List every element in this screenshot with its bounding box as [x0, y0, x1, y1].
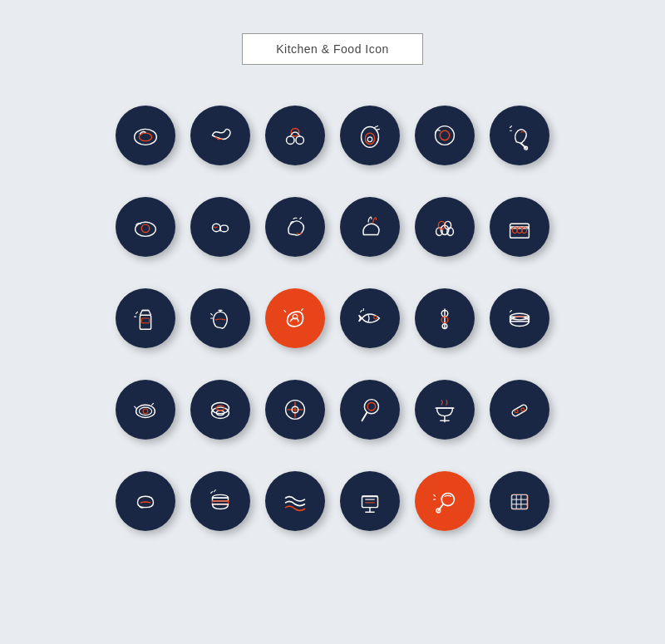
svg-point-60: [515, 410, 518, 413]
icon-hot-dog[interactable]: [116, 471, 175, 531]
page-title: Kitchen & Food Icon: [242, 33, 423, 65]
icon-eggs-cluster[interactable]: [415, 197, 475, 257]
svg-line-55: [362, 413, 367, 421]
icon-onion-ring[interactable]: [415, 106, 475, 165]
icon-bbq-grill[interactable]: [415, 380, 475, 440]
icon-fish[interactable]: [340, 288, 400, 348]
svg-rect-64: [362, 496, 378, 507]
svg-point-9: [440, 130, 449, 140]
icon-donuts[interactable]: [190, 380, 250, 440]
icon-egg-carton[interactable]: [490, 197, 549, 257]
svg-point-2: [287, 136, 295, 145]
icon-sausage-link[interactable]: [190, 197, 250, 257]
svg-rect-15: [220, 225, 229, 232]
svg-point-13: [141, 224, 150, 233]
icon-tuna-can[interactable]: [490, 288, 549, 348]
svg-point-47: [212, 402, 229, 413]
svg-point-33: [374, 316, 377, 319]
icon-burger[interactable]: [190, 471, 250, 531]
icon-waffle[interactable]: [490, 471, 549, 531]
svg-rect-59: [511, 404, 528, 417]
svg-rect-77: [512, 494, 528, 509]
svg-point-61: [521, 408, 525, 411]
icon-meat-cross[interactable]: [265, 380, 325, 440]
svg-point-0: [135, 129, 157, 145]
svg-point-8: [436, 126, 455, 145]
svg-rect-72: [512, 494, 528, 509]
svg-point-7: [367, 137, 372, 142]
icon-steak[interactable]: [116, 106, 175, 165]
icon-avocado[interactable]: [340, 106, 400, 165]
icon-grill-sign[interactable]: [340, 471, 400, 531]
icon-roast-chicken[interactable]: [265, 197, 325, 257]
svg-point-53: [364, 400, 378, 414]
svg-rect-29: [141, 318, 150, 323]
icon-steak-orange[interactable]: [265, 288, 325, 348]
icon-bacon[interactable]: [265, 471, 325, 531]
icon-meatballs[interactable]: [265, 106, 325, 165]
svg-point-45: [212, 407, 229, 418]
icon-sushi[interactable]: [116, 380, 175, 440]
icon-sausages[interactable]: [190, 106, 250, 165]
icon-sausage-pack[interactable]: [190, 288, 250, 348]
svg-point-54: [367, 402, 376, 410]
icon-skewer[interactable]: [415, 288, 475, 348]
svg-point-3: [296, 136, 304, 145]
svg-point-24: [512, 227, 517, 234]
icon-milk-box[interactable]: [116, 288, 175, 348]
icon-lollipop[interactable]: [340, 380, 400, 440]
svg-point-25: [517, 227, 522, 234]
svg-point-26: [522, 227, 527, 234]
icons-grid: [108, 90, 557, 547]
icon-turkey[interactable]: [340, 197, 400, 257]
svg-point-1: [139, 133, 151, 141]
icon-chicken-leg[interactable]: [490, 106, 549, 165]
icon-chicken2-orange[interactable]: [415, 471, 475, 531]
svg-point-6: [365, 133, 374, 144]
icon-bandage[interactable]: [490, 380, 549, 440]
svg-point-44: [143, 409, 148, 414]
icon-fried-egg[interactable]: [116, 197, 175, 257]
